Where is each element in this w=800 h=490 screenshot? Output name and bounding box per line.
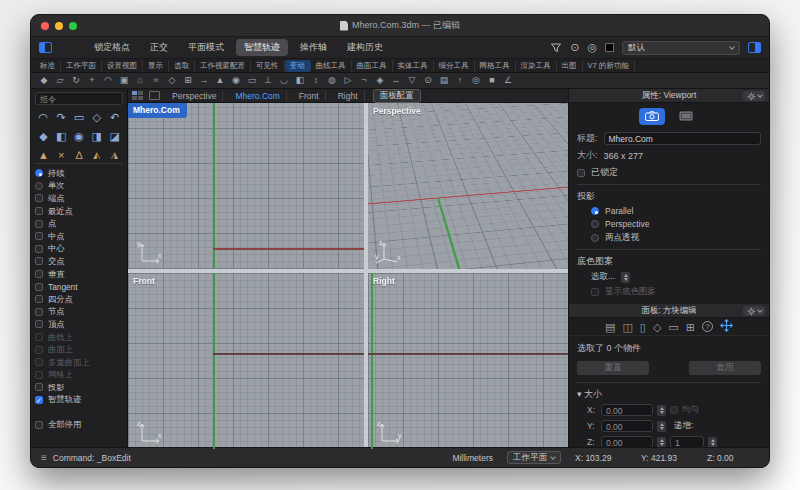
- tool-icon[interactable]: ⊞: [181, 74, 195, 87]
- ribbon-tab[interactable]: 网格工具: [475, 60, 516, 72]
- box-icon[interactable]: ◇: [653, 320, 661, 334]
- left-sidebar-toggle-icon[interactable]: [39, 42, 52, 53]
- projection-option[interactable]: Parallel: [591, 206, 761, 216]
- toolbar-toggle[interactable]: 智慧轨迹: [236, 39, 288, 56]
- viewport-tab[interactable]: Perspective: [166, 91, 223, 101]
- viewport-tab[interactable]: 面板配置: [373, 89, 421, 103]
- move-axis-icon[interactable]: [720, 319, 733, 335]
- osnap-disable-all[interactable]: 全部停用: [35, 418, 123, 431]
- sidebar-tool-icon[interactable]: ◉: [71, 128, 88, 145]
- tool-icon[interactable]: ■: [485, 74, 499, 87]
- tool-icon[interactable]: ↔: [389, 74, 403, 87]
- osnap-item[interactable]: 四分点: [35, 293, 123, 306]
- viewport-maximize-icon[interactable]: [149, 91, 160, 100]
- ribbon-tab[interactable]: 变动: [285, 60, 311, 72]
- viewport-tab[interactable]: Mhero.Com: [229, 91, 286, 101]
- command-line[interactable]: Command: _BoxEdit: [53, 453, 131, 463]
- apply-button[interactable]: 套用: [689, 361, 761, 375]
- size-value-input[interactable]: 0.00: [601, 436, 653, 447]
- ribbon-tab[interactable]: 选取: [169, 60, 195, 72]
- layer-dropdown[interactable]: 默认: [622, 41, 740, 55]
- units-label[interactable]: Millimeters: [452, 453, 493, 463]
- tool-icon[interactable]: ↑: [453, 74, 467, 87]
- osnap-mode-off[interactable]: 单次: [35, 180, 123, 193]
- viewport-properties-button[interactable]: [639, 108, 665, 125]
- tool-icon[interactable]: ▱: [53, 74, 67, 87]
- tool-icon[interactable]: ⊙: [421, 74, 435, 87]
- ribbon-tab[interactable]: 实体工具: [393, 60, 434, 72]
- tool-icon[interactable]: ⌂: [133, 74, 147, 87]
- stepper[interactable]: [657, 437, 666, 448]
- viewport-label[interactable]: Front: [133, 276, 155, 286]
- help-icon[interactable]: ?: [702, 321, 713, 332]
- ribbon-tab[interactable]: 出图: [557, 60, 583, 72]
- tool-icon[interactable]: ◈: [373, 74, 387, 87]
- panel-options-button[interactable]: [743, 91, 765, 101]
- selection-filter-icon[interactable]: [550, 42, 562, 54]
- ribbon-tab[interactable]: V7 的新功能: [583, 60, 635, 72]
- tool-icon[interactable]: ◠: [101, 74, 115, 87]
- tool-icon[interactable]: ◍: [325, 74, 339, 87]
- sidebar-tool-icon[interactable]: ◇: [88, 109, 105, 126]
- osnap-mode-on[interactable]: 持续: [35, 167, 123, 180]
- osnap-item[interactable]: 垂直: [35, 268, 123, 281]
- sidebar-tool-icon[interactable]: ◆: [35, 128, 52, 145]
- document-icon[interactable]: ▯: [640, 320, 646, 334]
- monitor-icon[interactable]: ⊞: [686, 320, 695, 334]
- viewport-layout-icon[interactable]: [132, 91, 143, 100]
- right-sidebar-toggle-icon[interactable]: [748, 42, 761, 53]
- sidebar-tool-icon[interactable]: ▲: [35, 147, 52, 159]
- sidebar-tool-icon[interactable]: ◨: [88, 128, 105, 145]
- tool-icon[interactable]: ▷: [341, 74, 355, 87]
- viewport-title-input[interactable]: Mhero.Com: [604, 132, 761, 145]
- tool-icon[interactable]: +: [85, 74, 99, 87]
- sidebar-tool-icon[interactable]: ◮: [106, 147, 123, 159]
- tool-icon[interactable]: ◧: [293, 74, 307, 87]
- tool-icon[interactable]: ↻: [69, 74, 83, 87]
- tool-icon[interactable]: ≈: [149, 74, 163, 87]
- viewport-top[interactable]: Mhero.Com y x: [128, 103, 364, 269]
- viewport-right[interactable]: Right z y: [368, 273, 568, 449]
- gumball-icon[interactable]: ◎: [587, 42, 597, 53]
- ribbon-tab[interactable]: 设置视图: [102, 60, 143, 72]
- ribbon-tab[interactable]: 曲面工具: [352, 60, 393, 72]
- panel-options-button[interactable]: [743, 306, 765, 316]
- tool-icon[interactable]: ◉: [229, 74, 243, 87]
- ribbon-tab[interactable]: 曲线工具: [311, 60, 352, 72]
- osnap-item[interactable]: 端点: [35, 192, 123, 205]
- wallpaper-choose-row[interactable]: 选取...: [591, 271, 761, 283]
- sidebar-tool-icon[interactable]: ∆: [71, 147, 88, 159]
- increment-input[interactable]: 1: [670, 436, 704, 447]
- boxedit-size-title[interactable]: ▾ 大小: [577, 388, 761, 401]
- sidebar-tool-icon[interactable]: ◭: [88, 147, 105, 159]
- viewport-label[interactable]: Right: [373, 276, 395, 286]
- display-mode-button[interactable]: [673, 108, 699, 125]
- window-icon[interactable]: ▭: [668, 320, 678, 334]
- tool-icon[interactable]: ▣: [117, 74, 131, 87]
- toolbar-toggle[interactable]: 平面模式: [180, 39, 232, 56]
- osnap-item[interactable]: 投影: [35, 381, 123, 394]
- projection-option[interactable]: Perspective: [591, 219, 761, 229]
- osnap-item[interactable]: 交点: [35, 255, 123, 268]
- tool-icon[interactable]: ↕: [309, 74, 323, 87]
- ribbon-tab[interactable]: 可见性: [251, 60, 285, 72]
- viewport-tab[interactable]: Front: [293, 91, 326, 101]
- ribbon-tab[interactable]: 工作视窗配置: [195, 60, 251, 72]
- tool-icon[interactable]: →: [197, 74, 211, 87]
- ribbon-tab[interactable]: 工作平面: [61, 60, 102, 72]
- tool-icon[interactable]: ◡: [277, 74, 291, 87]
- toolbar-toggle[interactable]: 建构历史: [339, 39, 391, 56]
- toolbar-toggle[interactable]: 锁定格点: [86, 39, 138, 56]
- osnap-item[interactable]: 节点: [35, 306, 123, 319]
- sidebar-tool-icon[interactable]: ▭: [71, 109, 88, 126]
- ribbon-tab[interactable]: 标准: [35, 60, 61, 72]
- sidebar-tool-icon[interactable]: ↶: [106, 109, 123, 126]
- sidebar-tool-icon[interactable]: ↷: [53, 109, 70, 126]
- osnap-item[interactable]: 中心: [35, 243, 123, 256]
- layer-color-swatch[interactable]: [605, 43, 614, 52]
- stepper[interactable]: [708, 437, 717, 448]
- tool-icon[interactable]: ¬: [357, 74, 371, 87]
- tool-icon[interactable]: ◎: [469, 74, 483, 87]
- size-value-input[interactable]: 0.00: [601, 404, 653, 416]
- osnap-item[interactable]: 中点: [35, 230, 123, 243]
